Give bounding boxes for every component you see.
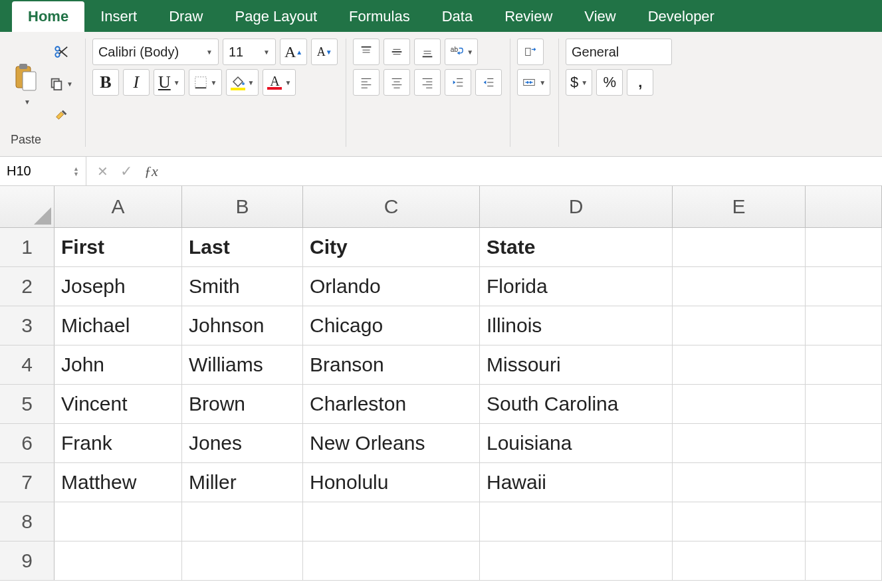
row-header-5[interactable]: 5 bbox=[0, 385, 55, 423]
cell-E8[interactable] bbox=[673, 502, 806, 541]
comma-button[interactable]: , bbox=[627, 69, 653, 96]
cell-D1[interactable]: State bbox=[480, 228, 673, 266]
cell-C8[interactable] bbox=[303, 502, 480, 541]
decrease-indent-button[interactable] bbox=[445, 69, 471, 96]
cell-A8[interactable] bbox=[55, 502, 182, 541]
cell-A1[interactable]: First bbox=[55, 228, 182, 266]
cell-E9[interactable] bbox=[673, 541, 806, 580]
align-bottom-button[interactable] bbox=[414, 39, 441, 65]
name-box[interactable]: ▲ ▼ bbox=[0, 157, 86, 185]
fx-icon[interactable]: ƒx bbox=[144, 163, 158, 180]
row-header-3[interactable]: 3 bbox=[0, 306, 55, 345]
cell-B9[interactable] bbox=[182, 541, 303, 580]
cell-C4[interactable]: Branson bbox=[303, 345, 480, 384]
underline-button[interactable]: U▼ bbox=[154, 69, 185, 96]
bold-button[interactable]: B bbox=[92, 69, 119, 96]
row-header-6[interactable]: 6 bbox=[0, 424, 55, 462]
row-header-2[interactable]: 2 bbox=[0, 267, 55, 306]
cell-D4[interactable]: Missouri bbox=[480, 345, 673, 384]
percent-button[interactable]: % bbox=[596, 69, 623, 96]
cell-A3[interactable]: Michael bbox=[55, 306, 182, 345]
cell-E2[interactable] bbox=[673, 267, 806, 306]
cell-D2[interactable]: Florida bbox=[480, 267, 673, 306]
cell-E7[interactable] bbox=[673, 463, 806, 502]
cell-C5[interactable]: Charleston bbox=[303, 385, 480, 423]
row-header-9[interactable]: 9 bbox=[0, 541, 55, 580]
orientation-button[interactable] bbox=[517, 39, 544, 65]
font-size-select[interactable]: 11 ▼ bbox=[223, 39, 276, 65]
tab-data[interactable]: Data bbox=[426, 1, 489, 32]
cell-A9[interactable] bbox=[55, 541, 182, 580]
align-left-button[interactable] bbox=[353, 69, 380, 96]
name-box-input[interactable] bbox=[7, 163, 66, 179]
cell-B5[interactable]: Brown bbox=[182, 385, 303, 423]
cell-E6[interactable] bbox=[673, 424, 806, 462]
select-all-corner[interactable] bbox=[0, 186, 55, 227]
borders-button[interactable]: ▼ bbox=[189, 69, 222, 96]
cell-A7[interactable]: Matthew bbox=[55, 463, 182, 502]
cell-B8[interactable] bbox=[182, 502, 303, 541]
cell-F8[interactable] bbox=[806, 502, 882, 541]
row-header-8[interactable]: 8 bbox=[0, 502, 55, 541]
cell-C2[interactable]: Orlando bbox=[303, 267, 480, 306]
cell-F2[interactable] bbox=[806, 267, 882, 306]
cell-F3[interactable] bbox=[806, 306, 882, 345]
cell-C1[interactable]: City bbox=[303, 228, 480, 266]
wrap-text-button[interactable]: ab ▼ bbox=[445, 39, 478, 65]
align-center-button[interactable] bbox=[384, 69, 410, 96]
align-middle-button[interactable] bbox=[384, 39, 410, 65]
cell-F9[interactable] bbox=[806, 541, 882, 580]
align-top-button[interactable] bbox=[353, 39, 380, 65]
cell-D8[interactable] bbox=[480, 502, 673, 541]
align-right-button[interactable] bbox=[414, 69, 441, 96]
cell-F4[interactable] bbox=[806, 345, 882, 384]
shrink-font-button[interactable]: A ▼ bbox=[311, 39, 338, 65]
column-header-D[interactable]: D bbox=[480, 186, 673, 227]
column-header-E[interactable]: E bbox=[673, 186, 806, 227]
increase-indent-button[interactable] bbox=[475, 69, 502, 96]
cell-F6[interactable] bbox=[806, 424, 882, 462]
cell-C3[interactable]: Chicago bbox=[303, 306, 480, 345]
cell-E4[interactable] bbox=[673, 345, 806, 384]
font-color-button[interactable]: A ▼ bbox=[263, 69, 296, 96]
cell-B4[interactable]: Williams bbox=[182, 345, 303, 384]
column-header-B[interactable]: B bbox=[182, 186, 303, 227]
formula-input[interactable] bbox=[169, 157, 882, 185]
tab-page-layout[interactable]: Page Layout bbox=[219, 1, 334, 32]
cancel-formula-button[interactable]: ✕ bbox=[97, 163, 108, 179]
cell-E3[interactable] bbox=[673, 306, 806, 345]
cell-B7[interactable]: Miller bbox=[182, 463, 303, 502]
cell-E5[interactable] bbox=[673, 385, 806, 423]
font-name-select[interactable]: Calibri (Body) ▼ bbox=[92, 39, 219, 65]
cell-B6[interactable]: Jones bbox=[182, 424, 303, 462]
paste-button[interactable]: ▼ bbox=[11, 62, 41, 106]
column-header-F[interactable] bbox=[806, 186, 882, 227]
cell-A2[interactable]: Joseph bbox=[55, 267, 182, 306]
cell-D6[interactable]: Louisiana bbox=[480, 424, 673, 462]
row-header-1[interactable]: 1 bbox=[0, 228, 55, 266]
cell-C9[interactable] bbox=[303, 541, 480, 580]
tab-home[interactable]: Home bbox=[12, 1, 84, 32]
column-header-A[interactable]: A bbox=[55, 186, 182, 227]
cell-E1[interactable] bbox=[673, 228, 806, 266]
tab-developer[interactable]: Developer bbox=[632, 1, 730, 32]
tab-draw[interactable]: Draw bbox=[153, 1, 219, 32]
tab-insert[interactable]: Insert bbox=[84, 1, 153, 32]
cell-D7[interactable]: Hawaii bbox=[480, 463, 673, 502]
cell-F7[interactable] bbox=[806, 463, 882, 502]
cell-A6[interactable]: Frank bbox=[55, 424, 182, 462]
cell-D3[interactable]: Illinois bbox=[480, 306, 673, 345]
cell-A4[interactable]: John bbox=[55, 345, 182, 384]
namebox-down-icon[interactable]: ▼ bbox=[73, 171, 79, 177]
italic-button[interactable]: I bbox=[123, 69, 150, 96]
copy-button[interactable]: ▼ bbox=[45, 70, 77, 97]
tab-formulas[interactable]: Formulas bbox=[333, 1, 426, 32]
grow-font-button[interactable]: A ▲ bbox=[280, 39, 307, 65]
format-painter-button[interactable] bbox=[45, 102, 77, 129]
cell-D9[interactable] bbox=[480, 541, 673, 580]
cell-A5[interactable]: Vincent bbox=[55, 385, 182, 423]
accept-formula-button[interactable]: ✓ bbox=[120, 163, 132, 180]
cell-F5[interactable] bbox=[806, 385, 882, 423]
cell-C7[interactable]: Honolulu bbox=[303, 463, 480, 502]
merge-button[interactable]: ▼ bbox=[517, 69, 550, 96]
